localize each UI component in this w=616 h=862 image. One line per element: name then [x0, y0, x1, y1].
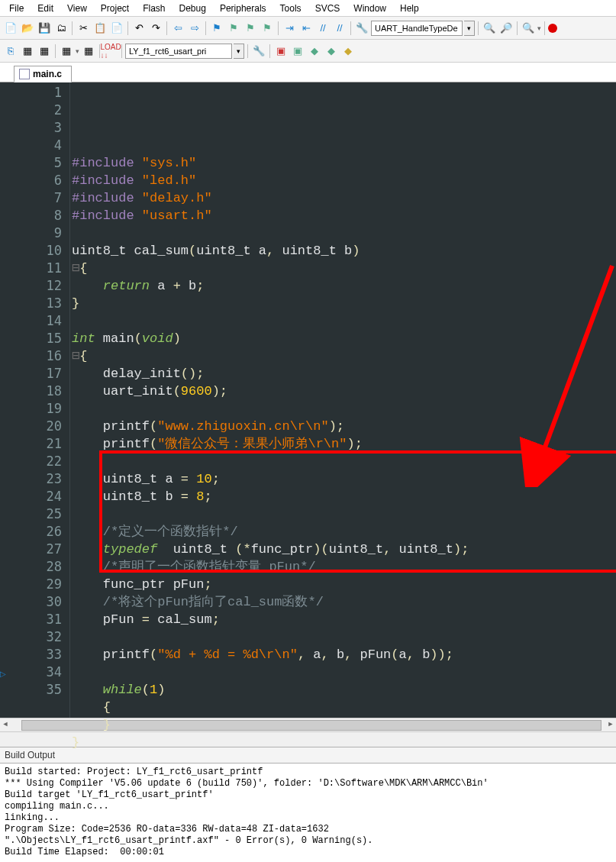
pack-installer-icon[interactable]: ◆	[340, 44, 356, 59]
find-icon[interactable]: 🔍	[482, 21, 497, 36]
search-input[interactable]	[371, 21, 463, 36]
paste-icon[interactable]: 📄	[109, 21, 124, 36]
save-icon[interactable]: 💾	[37, 21, 52, 36]
manage-icon[interactable]: ▣	[290, 44, 305, 59]
code-line[interactable]	[72, 628, 616, 646]
target-select[interactable]	[125, 44, 232, 59]
code-line[interactable]: while(1)	[72, 681, 616, 699]
line-number: 17	[0, 365, 62, 383]
menu-file[interactable]: File	[3, 2, 30, 15]
code-line[interactable]: ⊟{	[72, 347, 616, 365]
target-dropdown[interactable]: ▾	[234, 44, 244, 59]
line-number: 20	[0, 418, 62, 435]
code-line[interactable]: /*声明了一个函数指针变量 pFun*/	[72, 558, 616, 576]
build-output-panel[interactable]: Build started: Project: LY_f1_rct6_usart…	[0, 764, 616, 862]
scroll-left-icon[interactable]: ◄	[0, 720, 11, 731]
manage-rte-icon[interactable]: ◆	[307, 44, 322, 59]
code-line[interactable]: #include "sys.h"	[72, 154, 616, 172]
breakpoint-icon[interactable]	[548, 24, 557, 33]
menu-edit[interactable]: Edit	[31, 2, 60, 15]
code-line[interactable]: #include "led.h"	[72, 172, 616, 189]
uncomment-icon[interactable]: //	[332, 21, 347, 36]
menu-debug[interactable]: Debug	[173, 2, 212, 15]
menu-help[interactable]: Help	[394, 2, 425, 15]
code-line[interactable]: printf("www.zhiguoxin.cn\r\n");	[72, 418, 616, 435]
code-line[interactable]	[72, 505, 616, 523]
code-line[interactable]: {	[72, 699, 616, 716]
menu-flash[interactable]: Flash	[137, 2, 171, 15]
code-area[interactable]: #include "sys.h"#include "led.h"#include…	[70, 82, 616, 718]
code-line[interactable]	[72, 663, 616, 681]
menu-tools[interactable]: Tools	[274, 2, 308, 15]
save-all-icon[interactable]: 🗂	[53, 21, 69, 36]
code-line[interactable]: printf("微信公众号：果果小师弟\r\n");	[72, 435, 616, 453]
open-file-icon[interactable]: 📂	[20, 21, 35, 36]
menu-project[interactable]: Project	[95, 2, 135, 15]
redo-icon[interactable]: ↷	[148, 21, 163, 36]
cut-icon[interactable]: ✂	[76, 21, 91, 36]
code-line[interactable]: func_ptr pFun;	[72, 576, 616, 593]
nav-back-icon[interactable]: ⇦	[170, 21, 185, 36]
options-icon[interactable]: 🔧	[251, 44, 266, 59]
outdent-icon[interactable]: ⇤	[298, 21, 314, 36]
new-file-icon[interactable]: 📄	[3, 21, 18, 36]
copy-icon[interactable]: 📋	[92, 21, 108, 36]
bookmark-icon[interactable]: ⚑	[209, 21, 224, 36]
code-line[interactable]	[72, 400, 616, 418]
nav-fwd-icon[interactable]: ⇨	[187, 21, 202, 36]
code-line[interactable]: uart_init(9600);	[72, 383, 616, 400]
code-line[interactable]: printf("%d + %d = %d\r\n", a, b, pFun(a,…	[72, 646, 616, 663]
indent-icon[interactable]: ⇥	[282, 21, 297, 36]
code-line[interactable]: }	[72, 295, 616, 312]
code-line[interactable]	[72, 453, 616, 470]
code-editor[interactable]: 1234567891011121314151617181920212223242…	[0, 82, 616, 718]
undo-icon[interactable]: ↶	[131, 21, 147, 36]
line-number: 34	[0, 663, 62, 681]
batch-build-icon[interactable]: ▦	[59, 44, 74, 59]
code-line[interactable]	[72, 224, 616, 242]
code-line[interactable]: /*定义一个函数指针*/	[72, 523, 616, 541]
tab-main-c[interactable]: main.c	[14, 66, 72, 82]
search-dropdown[interactable]: ▾	[464, 21, 475, 36]
code-line[interactable]: }	[72, 716, 616, 734]
code-line[interactable]: /*将这个pFun指向了cal_sum函数*/	[72, 593, 616, 611]
bookmark-prev-icon[interactable]: ⚑	[226, 21, 241, 36]
bookmark-clear-icon[interactable]: ⚑	[260, 21, 275, 36]
find-in-files-icon[interactable]: 🔧	[354, 21, 369, 36]
code-line[interactable]: return a + b;	[72, 277, 616, 295]
download-icon[interactable]: LOAD↓↓	[103, 44, 118, 59]
code-line[interactable]: ⊟{	[72, 260, 616, 277]
line-number: 23	[0, 470, 62, 488]
menu-window[interactable]: Window	[347, 2, 392, 15]
separator	[278, 21, 279, 35]
code-line[interactable]: }	[72, 734, 616, 751]
line-number: 6	[0, 172, 62, 189]
rebuild-icon[interactable]: ▦	[37, 44, 52, 59]
code-line[interactable]: int main(void)	[72, 330, 616, 347]
line-number: 22	[0, 453, 62, 470]
menu-view[interactable]: View	[61, 2, 93, 15]
stop-build-icon[interactable]: ▦	[81, 44, 96, 59]
select-pack-icon[interactable]: ◆	[324, 44, 339, 59]
incremental-find-icon[interactable]: 🔎	[498, 21, 514, 36]
menu-svcs[interactable]: SVCS	[309, 2, 347, 15]
code-line[interactable]: #include "usart.h"	[72, 207, 616, 224]
code-line[interactable]: uint8_t cal_sum(uint8_t a, uint8_t b)	[72, 242, 616, 260]
bookmark-next-icon[interactable]: ⚑	[243, 21, 258, 36]
code-line[interactable]	[72, 312, 616, 330]
code-line[interactable]: uint8_t b = 8;	[72, 488, 616, 505]
file-ext-icon[interactable]: ▣	[273, 44, 289, 59]
comment-icon[interactable]: //	[315, 21, 331, 36]
translate-icon[interactable]: ⎘	[3, 44, 18, 59]
execution-marker-icon: ▷	[0, 670, 8, 677]
separator	[247, 44, 248, 58]
code-line[interactable]: pFun = cal_sum;	[72, 611, 616, 628]
menu-peripherals[interactable]: Peripherals	[214, 2, 273, 15]
code-line[interactable]: delay_init();	[72, 365, 616, 383]
code-line[interactable]: uint8_t a = 10;	[72, 470, 616, 488]
code-line[interactable]: #include "delay.h"	[72, 189, 616, 207]
line-number: 28	[0, 558, 62, 576]
build-icon[interactable]: ▦	[20, 44, 35, 59]
debug-icon[interactable]: 🔍	[521, 21, 536, 36]
code-line[interactable]: typedef uint8_t (*func_ptr)(uint8_t, uin…	[72, 541, 616, 558]
